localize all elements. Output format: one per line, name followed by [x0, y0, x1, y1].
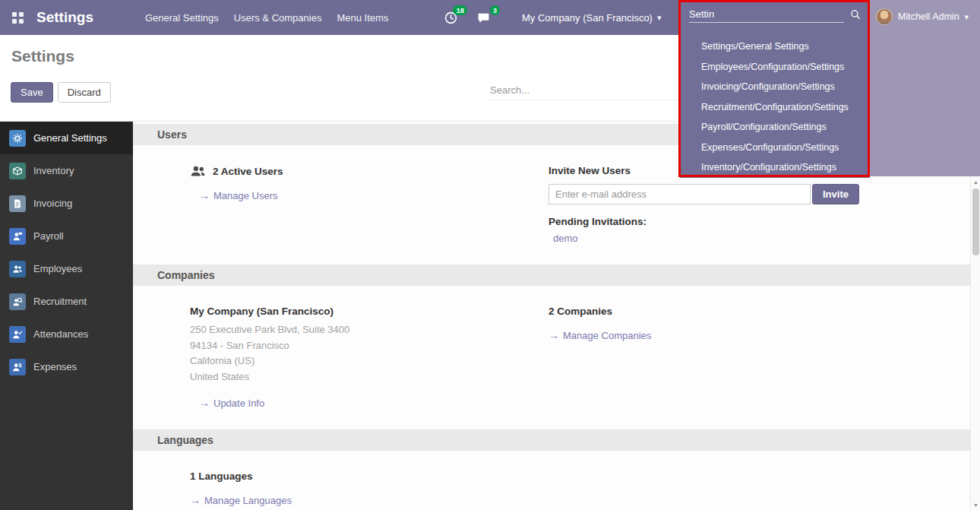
company-name: My Company (San Francisco) [190, 306, 548, 317]
recruitment-search-icon [9, 293, 26, 310]
manage-companies-label: Manage Companies [563, 330, 651, 341]
scroll-up-arrow[interactable]: ▲ [971, 176, 980, 187]
sidebar-item-expenses[interactable]: $ Expenses [0, 350, 133, 383]
user-menu-button[interactable]: Mitchell Admin ▾ [870, 0, 980, 25]
sidebar-item-inventory[interactable]: Inventory [0, 154, 133, 187]
invite-email-input[interactable] [548, 184, 811, 204]
apps-menu-button[interactable] [0, 0, 35, 35]
search-result-item[interactable]: Expenses/Configuration/Settings [680, 138, 870, 158]
address-line: 250 Executive Park Blvd, Suite 3400 [190, 322, 548, 338]
chat-bubble-icon [477, 11, 490, 24]
box-icon [9, 163, 26, 179]
control-buttons: Save Discard [11, 82, 111, 103]
sidebar-item-invoicing[interactable]: Invoicing [0, 187, 133, 220]
menu-search-row [680, 0, 870, 29]
messages-button[interactable]: 3 [477, 11, 490, 24]
activities-button[interactable]: 18 [444, 11, 457, 24]
manage-companies-link[interactable]: → Manage Companies [548, 329, 651, 341]
sidebar-item-employees[interactable]: Employees [0, 252, 133, 285]
save-button[interactable]: Save [11, 82, 53, 103]
sidebar-item-label: Inventory [33, 165, 74, 176]
search-result-item[interactable]: Settings/General Settings [680, 36, 870, 57]
people-icon [9, 261, 26, 277]
discard-button[interactable]: Discard [58, 82, 111, 103]
page-title: Settings [11, 47, 74, 65]
pending-user-link[interactable]: demo [553, 233, 955, 244]
document-icon [9, 195, 26, 212]
sidebar-item-payroll[interactable]: Payroll [0, 220, 133, 252]
sidebar-item-label: General Settings [33, 132, 107, 144]
update-info-label: Update Info [213, 398, 264, 409]
gear-icon [9, 130, 26, 147]
menu-item-users-companies[interactable]: Users & Companies [226, 0, 330, 35]
company-switcher-label: My Company (San Francisco) [522, 12, 653, 24]
address-line: California (US) [190, 353, 548, 369]
address-line: United States [190, 369, 548, 385]
company-switcher[interactable]: My Company (San Francisco) ▾ [522, 12, 661, 24]
search-icon [850, 9, 861, 20]
search-result-item[interactable]: Inventory/Configuration/Settings [680, 157, 870, 178]
sidebar-item-label: Attendances [33, 328, 88, 340]
section-languages: 1 Languages → Manage Languages [133, 451, 970, 510]
search-result-item[interactable]: Employees/Configuration/Settings [680, 57, 870, 78]
attendance-check-icon [9, 326, 26, 343]
pending-invitations-label: Pending Invitations: [548, 216, 955, 227]
languages-count: 1 Languages [190, 470, 548, 482]
user-name: Mitchell Admin [898, 11, 959, 22]
scrollbar-thumb[interactable] [972, 188, 979, 255]
manage-languages-label: Manage Languages [204, 495, 292, 506]
invite-row: Invite [548, 184, 955, 204]
user-menu-panel: Mitchell Admin ▾ [870, 0, 980, 176]
company-address: 250 Executive Park Blvd, Suite 3400 9413… [190, 322, 548, 385]
active-users-row: 2 Active Users [190, 165, 548, 177]
svg-text:$: $ [19, 363, 22, 369]
vertical-scrollbar[interactable]: ▲ ▼ [970, 176, 980, 510]
users-left-column: 2 Active Users → Manage Users [190, 165, 548, 244]
languages-left-column: 1 Languages → Manage Languages [190, 470, 548, 506]
sidebar-item-attendances[interactable]: Attendances [0, 318, 133, 350]
search-result-item[interactable]: Payroll/Configuration/Settings [680, 117, 870, 138]
menu-search-input[interactable] [689, 6, 844, 23]
scroll-down-arrow[interactable]: ▼ [971, 499, 980, 510]
sidebar-item-recruitment[interactable]: Recruitment [0, 285, 133, 318]
section-header-languages: Languages [133, 429, 970, 451]
arrow-right-icon: → [199, 189, 210, 201]
address-line: 94134 - San Francisco [190, 338, 548, 354]
companies-right-column: 2 Companies → Manage Companies [548, 306, 955, 409]
sidebar-item-label: Invoicing [33, 198, 72, 209]
section-header-companies: Companies [133, 265, 970, 286]
avatar [876, 8, 893, 25]
users-group-icon [190, 165, 206, 177]
companies-count: 2 Companies [548, 306, 955, 317]
sidebar-item-label: Payroll [33, 230, 64, 242]
arrow-right-icon: → [190, 494, 201, 506]
active-users-count: 2 Active Users [213, 166, 283, 177]
settings-content: Users 2 Active Users → Manage Users Invi… [133, 122, 970, 510]
manage-users-label: Manage Users [213, 190, 278, 201]
section-companies: My Company (San Francisco) 250 Executive… [133, 286, 970, 427]
messages-badge: 3 [490, 5, 500, 15]
companies-left-column: My Company (San Francisco) 250 Executive… [190, 306, 548, 409]
search-input[interactable] [490, 81, 680, 100]
invite-button[interactable]: Invite [812, 184, 859, 204]
sidebar-item-label: Employees [33, 263, 82, 274]
chevron-down-icon: ▾ [657, 13, 662, 23]
manage-users-link[interactable]: → Manage Users [199, 189, 278, 201]
sidebar-item-label: Recruitment [33, 296, 87, 307]
menu-search-results: Settings/General Settings Employees/Conf… [680, 36, 870, 178]
app-title: Settings [36, 9, 93, 26]
search-result-item[interactable]: Invoicing/Configuration/Settings [680, 77, 870, 97]
update-info-link[interactable]: → Update Info [199, 397, 264, 409]
menu-item-general-settings[interactable]: General Settings [138, 0, 226, 35]
menu-search-dropdown: Settings/General Settings Employees/Conf… [680, 0, 870, 178]
manage-languages-link[interactable]: → Manage Languages [190, 494, 292, 506]
chevron-down-icon: ▾ [965, 12, 969, 22]
arrow-right-icon: → [199, 397, 210, 409]
sidebar-item-general-settings[interactable]: General Settings [0, 122, 133, 154]
expenses-dollar-icon: $ [9, 359, 26, 375]
search-result-item[interactable]: Recruitment/Configuration/Settings [680, 97, 870, 118]
settings-sidebar: General Settings Inventory Invoicing Pay… [0, 122, 133, 510]
activities-badge: 18 [453, 5, 467, 15]
menu-item-menu-items[interactable]: Menu Items [329, 0, 396, 35]
payroll-person-icon [9, 228, 26, 245]
